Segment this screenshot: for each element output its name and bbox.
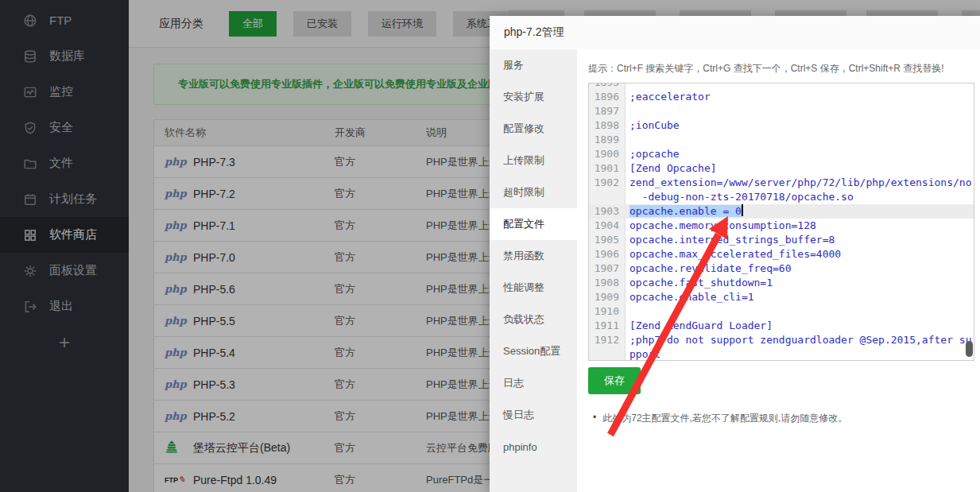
line-number: 1901 bbox=[589, 161, 626, 176]
dialog-menu-item-11[interactable]: 慢日志 bbox=[490, 399, 577, 431]
line-number: 1912 bbox=[589, 333, 626, 361]
line-text: opcache.enable_cli=1 bbox=[626, 290, 974, 304]
line-number: 1895 bbox=[589, 83, 626, 90]
code-line-1903: 1903opcache.enable = 0 bbox=[589, 204, 974, 219]
line-text: zend_extension=/www/server/php/72/lib/ph… bbox=[626, 176, 974, 204]
code-line-1905: 1905opcache.interned_strings_buffer=8 bbox=[589, 233, 974, 247]
code-line-1909: 1909opcache.enable_cli=1 bbox=[589, 290, 974, 304]
code-line-1911: 1911[Zend ZendGuard Loader] bbox=[589, 319, 974, 333]
save-button[interactable]: 保存 bbox=[588, 367, 641, 394]
config-note: • 此处为72主配置文件,若您不了解配置规则,请勿随意修改。 bbox=[588, 412, 974, 425]
line-text bbox=[626, 104, 974, 118]
dialog-menu-item-3[interactable]: 上传限制 bbox=[490, 145, 577, 176]
line-number: 1902 bbox=[589, 176, 626, 204]
line-text: ;ionCube bbox=[626, 118, 974, 133]
dialog-menu-item-4[interactable]: 超时限制 bbox=[490, 176, 577, 208]
line-text: [Zend Opcache] bbox=[626, 161, 974, 176]
dialog-menu-item-6[interactable]: 禁用函数 bbox=[490, 240, 577, 272]
note-bullet: • bbox=[593, 412, 596, 425]
note-text: 此处为72主配置文件,若您不了解配置规则,请勿随意修改。 bbox=[602, 412, 847, 425]
line-text: ;eaccelerator bbox=[626, 90, 974, 104]
line-text: ;opcache bbox=[626, 147, 974, 161]
code-line-1897: 1897 bbox=[589, 104, 974, 118]
dialog-menu: 服务安装扩展配置修改上传限制超时限制配置文件禁用函数性能调整负载状态Sessio… bbox=[490, 49, 577, 492]
dialog-menu-item-8[interactable]: 负载状态 bbox=[490, 304, 577, 335]
editor-hint: 提示：Ctrl+F 搜索关键字，Ctrl+G 查找下一个，Ctrl+S 保存，C… bbox=[588, 62, 974, 76]
line-text: opcache.enable = 0 bbox=[626, 204, 974, 219]
line-text bbox=[626, 133, 974, 147]
line-number: 1910 bbox=[589, 304, 626, 319]
php-manage-dialog: php-7.2管理 服务安装扩展配置修改上传限制超时限制配置文件禁用函数性能调整… bbox=[490, 16, 980, 492]
dialog-body: 提示：Ctrl+F 搜索关键字，Ctrl+G 查找下一个，Ctrl+S 保存，C… bbox=[577, 49, 980, 492]
code-line-1910: 1910 bbox=[589, 304, 974, 319]
line-number: 1907 bbox=[589, 261, 626, 276]
line-number: 1905 bbox=[589, 233, 626, 247]
line-number: 1900 bbox=[589, 147, 626, 161]
line-number: 1909 bbox=[589, 290, 626, 304]
line-text bbox=[626, 83, 974, 90]
code-line-1900: 1900;opcache bbox=[589, 147, 974, 161]
line-text: opcache.interned_strings_buffer=8 bbox=[626, 233, 974, 247]
line-number: 1904 bbox=[589, 219, 626, 233]
line-number: 1908 bbox=[589, 276, 626, 290]
line-number: 1906 bbox=[589, 247, 626, 261]
code-line-1901: 1901[Zend Opcache] bbox=[589, 161, 974, 176]
dialog-menu-item-2[interactable]: 配置修改 bbox=[490, 113, 577, 145]
editor-scrollbar-thumb[interactable] bbox=[966, 341, 973, 357]
code-line-1907: 1907opcache.revalidate_freq=60 bbox=[589, 261, 974, 276]
line-number: 1897 bbox=[589, 104, 626, 118]
code-line-1898: 1898;ionCube bbox=[589, 118, 974, 133]
line-text: opcache.max_accelerated_files=4000 bbox=[626, 247, 974, 261]
code-line-1902: 1902zend_extension=/www/server/php/72/li… bbox=[589, 176, 974, 204]
dialog-menu-item-5[interactable]: 配置文件 bbox=[490, 208, 577, 240]
dialog-menu-item-0[interactable]: 服务 bbox=[490, 49, 577, 81]
code-line-1912: 1912;php7 do not support zendguardloader… bbox=[589, 333, 974, 361]
code-line-1906: 1906opcache.max_accelerated_files=4000 bbox=[589, 247, 974, 261]
line-text: opcache.memory_consumption=128 bbox=[626, 219, 974, 233]
line-text: [Zend ZendGuard Loader] bbox=[626, 319, 974, 333]
code-line-1896: 1896;eaccelerator bbox=[589, 90, 974, 104]
config-file-editor[interactable]: 18951896;eaccelerator18971898;ionCube189… bbox=[588, 83, 974, 361]
line-text: opcache.revalidate_freq=60 bbox=[626, 261, 974, 276]
dialog-menu-item-10[interactable]: 日志 bbox=[490, 367, 577, 399]
line-text bbox=[626, 304, 974, 319]
line-number: 1898 bbox=[589, 118, 626, 133]
line-number: 1899 bbox=[589, 133, 626, 147]
dialog-menu-item-7[interactable]: 性能调整 bbox=[490, 272, 577, 304]
line-number: 1903 bbox=[589, 204, 626, 219]
line-text: opcache.fast_shutdown=1 bbox=[626, 276, 974, 290]
code-line-1908: 1908opcache.fast_shutdown=1 bbox=[589, 276, 974, 290]
line-text: ;php7 do not support zendguardloader @Se… bbox=[626, 333, 974, 361]
code-line-1904: 1904opcache.memory_consumption=128 bbox=[589, 219, 974, 233]
code-line-1895: 1895 bbox=[589, 83, 974, 90]
line-number: 1896 bbox=[589, 90, 626, 104]
code-line-1899: 1899 bbox=[589, 133, 974, 147]
dialog-menu-item-12[interactable]: phpinfo bbox=[490, 431, 577, 463]
dialog-title: php-7.2管理 bbox=[490, 16, 980, 49]
line-number: 1911 bbox=[589, 319, 626, 333]
text-cursor bbox=[742, 204, 743, 216]
dialog-menu-item-9[interactable]: Session配置 bbox=[490, 335, 577, 367]
dialog-menu-item-1[interactable]: 安装扩展 bbox=[490, 81, 577, 113]
